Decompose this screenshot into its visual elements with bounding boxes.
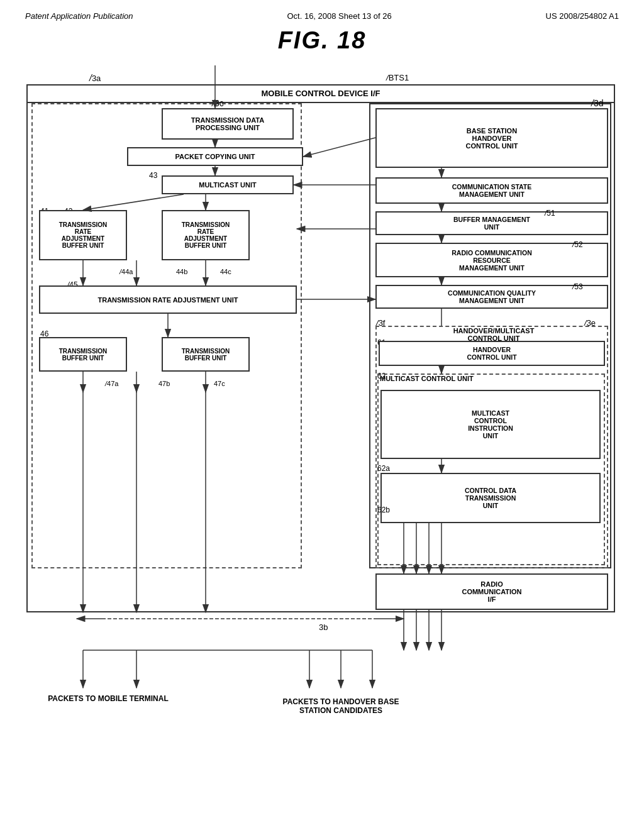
bshcu-box: BASE STATION HANDOVER CONTROL UNIT — [375, 108, 608, 168]
packets-handover-label: PACKETS TO HANDOVER BASE STATION CANDIDA… — [272, 697, 410, 715]
label-62b: 62b — [377, 506, 390, 514]
fig-title: FIG. 18 — [25, 27, 619, 54]
label-62a: 62a — [377, 464, 390, 473]
header: Patent Application Publication Oct. 16, … — [25, 11, 619, 21]
bts1-label: /BTS1 — [386, 73, 409, 82]
label-51: /51 — [545, 209, 555, 218]
left-section — [31, 103, 302, 568]
csmu-box: COMMUNICATION STATE MANAGEMENT UNIT — [375, 177, 608, 204]
mobile-control-if: MOBILE CONTROL DEVICE I/F — [26, 84, 615, 103]
label-43: 43 — [149, 171, 157, 180]
diagram: /BTS1 /3a MOBILE CONTROL DEVICE I/F /3c … — [26, 65, 618, 726]
header-left: Patent Application Publication — [25, 11, 133, 21]
label-44a: /44a — [119, 268, 133, 275]
mcu-label: MULTICAST CONTROL UNIT — [380, 375, 474, 382]
trab-left-box: TRANSMISSION RATE ADJUSTMENT BUFFER UNIT — [39, 210, 127, 260]
label-52: /52 — [572, 240, 583, 249]
rcif-box: RADIO COMMUNICATION I/F — [375, 573, 608, 610]
mu-box: MULTICAST UNIT — [162, 175, 294, 194]
label-47c: 47c — [214, 380, 225, 387]
header-right: US 2008/254802 A1 — [546, 11, 619, 21]
label-3c: /3c — [212, 98, 224, 108]
label-3d: /3d — [591, 98, 603, 108]
page: Patent Application Publication Oct. 16, … — [0, 0, 644, 830]
pcu-box: PACKET COPYING UNIT — [127, 147, 303, 166]
packets-mobile-label: PACKETS TO MOBILE TERMINAL — [45, 694, 171, 703]
label-44b: 44b — [176, 268, 187, 275]
label-3b: 3b — [319, 622, 328, 632]
cdtu-box: CONTROL DATA TRANSMISSION UNIT — [380, 473, 601, 523]
bmu-box: BUFFER MANAGEMENT UNIT — [375, 211, 608, 235]
mciu-box: MULTICAST CONTROL INSTRUCTION UNIT — [380, 390, 601, 459]
hcu-box: HANDOVER CONTROL UNIT — [379, 341, 605, 366]
label-3a: /3a — [89, 73, 101, 83]
tbu-left-box: TRANSMISSION BUFFER UNIT — [39, 337, 127, 372]
trab-right-box: TRANSMISSION RATE ADJUSTMENT BUFFER UNIT — [162, 210, 250, 260]
hmcu-label: HANDOVER/MULTICAST CONTROL UNIT — [377, 327, 610, 342]
label-44c: 44c — [220, 268, 231, 275]
tbu-right-box: TRANSMISSION BUFFER UNIT — [162, 337, 250, 372]
label-47a: /47a — [105, 380, 118, 387]
trau-box: TRANSMISSION RATE ADJUSTMENT UNIT — [39, 285, 297, 314]
label-47b: 47b — [158, 380, 170, 387]
label-53: /53 — [572, 282, 583, 291]
tdpu-box: TRANSMISSION DATA PROCESSING UNIT — [162, 108, 294, 140]
header-center: Oct. 16, 2008 Sheet 13 of 26 — [287, 11, 391, 21]
